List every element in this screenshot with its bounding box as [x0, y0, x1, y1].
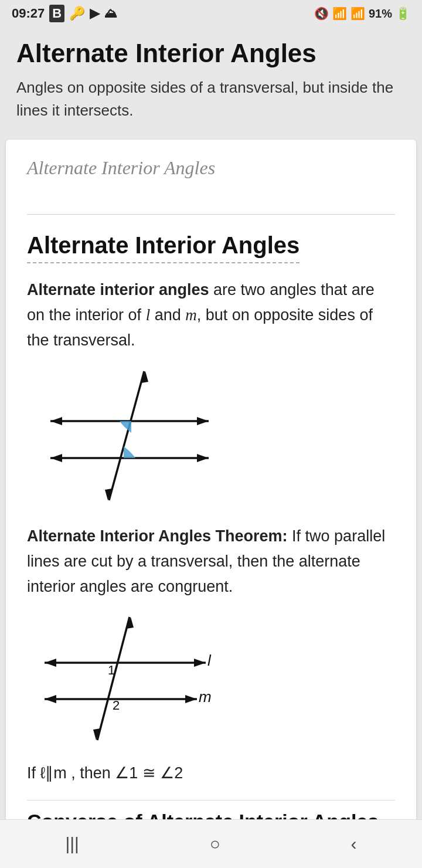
body-text2: and: [150, 306, 185, 324]
svg-marker-16: [185, 695, 197, 703]
diagram2: l m 1 2: [33, 611, 395, 746]
page-title: Alternate Interior Angles: [16, 39, 406, 68]
battery-icon: 🔋: [396, 6, 410, 21]
menu-button[interactable]: |||: [53, 830, 90, 857]
svg-marker-7: [197, 454, 209, 462]
status-right: 🔇 📶 📶 91% 🔋: [314, 6, 410, 21]
status-left: 09:27 B 🔑 ▶ ⛰: [12, 5, 117, 22]
page-description: Angles on opposite sides of a transversa…: [16, 76, 406, 122]
section-title-wrapper: Alternate Interior Angles: [27, 232, 395, 277]
svg-marker-5: [50, 417, 62, 425]
svg-line-0: [109, 371, 144, 500]
theorem-bold: Alternate Interior Angles Theorem:: [27, 527, 288, 545]
wifi-icon: 📶: [332, 6, 347, 21]
content-card: Alternate Interior Angles Alternate Inte…: [6, 140, 416, 856]
mute-icon: 🔇: [314, 6, 329, 21]
theorem-text: Alternate Interior Angles Theorem: If tw…: [27, 524, 395, 600]
svg-text:1: 1: [108, 663, 115, 677]
card-top-title: Alternate Interior Angles: [27, 157, 395, 179]
signal-icon: 📶: [350, 6, 365, 21]
body-bold: Alternate interior angles: [27, 281, 209, 299]
vpn-icon: ⛰: [104, 6, 117, 21]
play-icon: ▶: [90, 6, 100, 21]
if-statement: If ℓ∥m , then ∠1 ≅ ∠2: [27, 764, 395, 782]
section-body: Alternate interior angles are two angles…: [27, 277, 395, 354]
divider: [27, 214, 395, 215]
diagram1: [33, 365, 395, 506]
bold-icon: B: [49, 5, 64, 22]
svg-marker-14: [45, 659, 56, 667]
svg-text:l: l: [207, 652, 212, 669]
home-button[interactable]: ○: [198, 830, 232, 857]
var-l: l: [146, 306, 151, 324]
section-title: Alternate Interior Angles: [27, 232, 300, 263]
svg-marker-8: [50, 454, 62, 462]
svg-marker-13: [194, 659, 206, 667]
svg-line-9: [97, 617, 130, 740]
status-bar: 09:27 B 🔑 ▶ ⛰ 🔇 📶 📶 91% 🔋: [0, 0, 422, 27]
battery-label: 91%: [369, 7, 392, 21]
key-icon: 🔑: [69, 6, 85, 21]
svg-marker-4: [197, 417, 209, 425]
svg-text:m: m: [199, 688, 212, 706]
svg-text:2: 2: [113, 698, 120, 713]
if-text: If ℓ∥m , then ∠1 ≅ ∠2: [27, 764, 183, 782]
var-m: m: [185, 306, 197, 324]
back-button[interactable]: ‹: [339, 830, 369, 857]
svg-marker-17: [45, 695, 56, 703]
header-section: Alternate Interior Angles Angles on oppo…: [0, 27, 422, 140]
time: 09:27: [12, 6, 45, 21]
bottom-nav: ||| ○ ‹: [0, 819, 422, 868]
